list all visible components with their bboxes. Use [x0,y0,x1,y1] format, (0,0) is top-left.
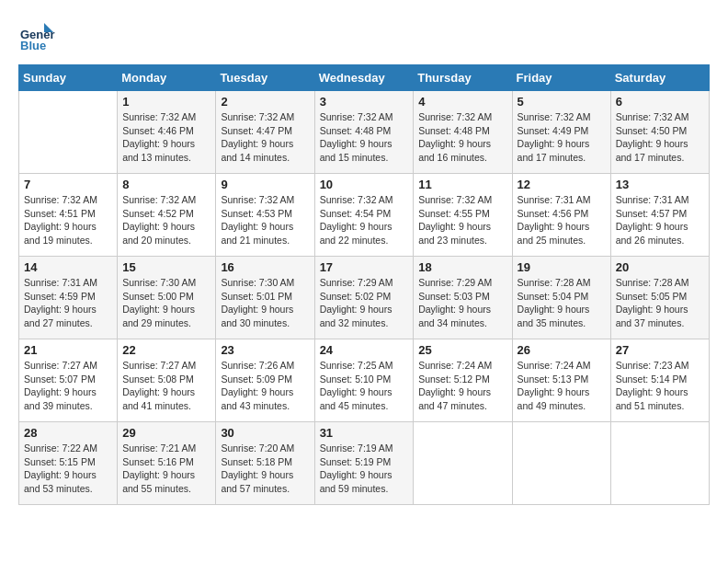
weekday-sunday: Sunday [19,65,118,91]
day-number: 12 [518,178,606,191]
day-number: 1 [122,95,210,109]
calendar-cell: 16Sunrise: 7:30 AMSunset: 5:01 PMDayligh… [216,257,314,339]
weekday-thursday: Thursday [414,65,512,91]
calendar-cell: 31Sunrise: 7:19 AMSunset: 5:19 PMDayligh… [314,422,414,505]
calendar-cell [512,422,610,505]
day-info: Sunrise: 7:25 AMSunset: 5:10 PMDaylight:… [320,359,409,413]
day-info: Sunrise: 7:31 AMSunset: 4:57 PMDaylight:… [616,193,704,247]
calendar-cell: 3Sunrise: 7:32 AMSunset: 4:48 PMDaylight… [314,91,414,174]
calendar-week-4: 21Sunrise: 7:27 AMSunset: 5:07 PMDayligh… [19,339,710,422]
day-info: Sunrise: 7:20 AMSunset: 5:18 PMDaylight:… [221,442,309,496]
day-number: 29 [122,426,210,440]
day-number: 6 [616,95,704,109]
calendar-cell: 21Sunrise: 7:27 AMSunset: 5:07 PMDayligh… [19,339,118,422]
calendar-cell: 1Sunrise: 7:32 AMSunset: 4:46 PMDaylight… [118,91,216,174]
day-info: Sunrise: 7:29 AMSunset: 5:03 PMDaylight:… [418,276,506,330]
weekday-wednesday: Wednesday [314,65,414,91]
day-info: Sunrise: 7:32 AMSunset: 4:50 PMDaylight:… [616,110,704,165]
day-info: Sunrise: 7:30 AMSunset: 5:00 PMDaylight:… [122,276,210,330]
calendar-cell: 8Sunrise: 7:32 AMSunset: 4:52 PMDaylight… [118,174,216,257]
calendar-cell [19,91,118,174]
calendar-cell: 27Sunrise: 7:23 AMSunset: 5:14 PMDayligh… [610,339,709,422]
day-number: 4 [418,95,506,109]
day-info: Sunrise: 7:32 AMSunset: 4:54 PMDaylight:… [320,193,409,247]
calendar-week-1: 1Sunrise: 7:32 AMSunset: 4:46 PMDaylight… [19,91,710,174]
day-number: 17 [320,260,409,274]
day-number: 21 [24,343,112,357]
calendar-cell: 23Sunrise: 7:26 AMSunset: 5:09 PMDayligh… [216,339,314,422]
calendar-cell: 29Sunrise: 7:21 AMSunset: 5:16 PMDayligh… [118,422,216,505]
day-info: Sunrise: 7:32 AMSunset: 4:47 PMDaylight:… [221,110,309,165]
calendar-week-5: 28Sunrise: 7:22 AMSunset: 5:15 PMDayligh… [19,422,710,505]
logo: General Blue [18,18,59,55]
day-number: 15 [122,260,210,274]
calendar-cell: 2Sunrise: 7:32 AMSunset: 4:47 PMDaylight… [216,91,314,174]
day-number: 30 [221,426,309,440]
day-number: 31 [320,426,409,440]
calendar-cell: 15Sunrise: 7:30 AMSunset: 5:00 PMDayligh… [118,257,216,339]
calendar-cell: 24Sunrise: 7:25 AMSunset: 5:10 PMDayligh… [314,339,414,422]
day-info: Sunrise: 7:29 AMSunset: 5:02 PMDaylight:… [320,276,409,330]
day-info: Sunrise: 7:21 AMSunset: 5:16 PMDaylight:… [122,442,210,496]
day-info: Sunrise: 7:32 AMSunset: 4:48 PMDaylight:… [320,110,409,165]
day-number: 14 [24,260,112,274]
day-info: Sunrise: 7:24 AMSunset: 5:13 PMDaylight:… [518,359,606,413]
day-number: 5 [518,95,606,109]
day-number: 13 [616,178,704,191]
day-info: Sunrise: 7:31 AMSunset: 4:59 PMDaylight:… [24,276,112,330]
day-info: Sunrise: 7:32 AMSunset: 4:48 PMDaylight:… [418,110,506,165]
weekday-friday: Friday [512,65,610,91]
day-info: Sunrise: 7:22 AMSunset: 5:15 PMDaylight:… [24,442,112,496]
day-info: Sunrise: 7:26 AMSunset: 5:09 PMDaylight:… [221,359,309,413]
day-number: 23 [221,343,309,357]
calendar-cell: 6Sunrise: 7:32 AMSunset: 4:50 PMDaylight… [610,91,709,174]
day-info: Sunrise: 7:27 AMSunset: 5:08 PMDaylight:… [122,359,210,413]
calendar-cell: 25Sunrise: 7:24 AMSunset: 5:12 PMDayligh… [414,339,512,422]
day-number: 28 [24,426,112,440]
calendar-week-2: 7Sunrise: 7:32 AMSunset: 4:51 PMDaylight… [19,174,710,257]
day-number: 8 [122,178,210,191]
calendar-cell: 30Sunrise: 7:20 AMSunset: 5:18 PMDayligh… [216,422,314,505]
calendar-cell: 26Sunrise: 7:24 AMSunset: 5:13 PMDayligh… [512,339,610,422]
svg-text:Blue: Blue [20,39,46,52]
weekday-saturday: Saturday [610,65,709,91]
day-info: Sunrise: 7:23 AMSunset: 5:14 PMDaylight:… [616,359,704,413]
day-info: Sunrise: 7:19 AMSunset: 5:19 PMDaylight:… [320,442,409,496]
calendar-cell: 4Sunrise: 7:32 AMSunset: 4:48 PMDaylight… [414,91,512,174]
day-number: 20 [616,260,704,274]
header: General Blue [18,18,710,55]
day-number: 18 [418,260,506,274]
day-number: 26 [518,343,606,357]
day-info: Sunrise: 7:31 AMSunset: 4:56 PMDaylight:… [518,193,606,247]
day-info: Sunrise: 7:32 AMSunset: 4:53 PMDaylight:… [221,193,309,247]
day-number: 11 [418,178,506,191]
calendar-table: SundayMondayTuesdayWednesdayThursdayFrid… [18,64,710,505]
calendar-cell: 22Sunrise: 7:27 AMSunset: 5:08 PMDayligh… [118,339,216,422]
day-number: 3 [320,95,409,109]
calendar-cell: 17Sunrise: 7:29 AMSunset: 5:02 PMDayligh… [314,257,414,339]
day-number: 7 [24,178,112,191]
day-info: Sunrise: 7:27 AMSunset: 5:07 PMDaylight:… [24,359,112,413]
calendar-cell: 19Sunrise: 7:28 AMSunset: 5:04 PMDayligh… [512,257,610,339]
calendar-cell: 28Sunrise: 7:22 AMSunset: 5:15 PMDayligh… [19,422,118,505]
day-info: Sunrise: 7:24 AMSunset: 5:12 PMDaylight:… [418,359,506,413]
calendar-cell: 12Sunrise: 7:31 AMSunset: 4:56 PMDayligh… [512,174,610,257]
weekday-header-row: SundayMondayTuesdayWednesdayThursdayFrid… [19,65,710,91]
weekday-tuesday: Tuesday [216,65,314,91]
day-number: 16 [221,260,309,274]
day-info: Sunrise: 7:32 AMSunset: 4:46 PMDaylight:… [122,110,210,165]
calendar-cell: 18Sunrise: 7:29 AMSunset: 5:03 PMDayligh… [414,257,512,339]
calendar-cell: 20Sunrise: 7:28 AMSunset: 5:05 PMDayligh… [610,257,709,339]
day-number: 22 [122,343,210,357]
calendar-cell: 7Sunrise: 7:32 AMSunset: 4:51 PMDaylight… [19,174,118,257]
day-info: Sunrise: 7:28 AMSunset: 5:05 PMDaylight:… [616,276,704,330]
calendar-cell: 10Sunrise: 7:32 AMSunset: 4:54 PMDayligh… [314,174,414,257]
day-info: Sunrise: 7:32 AMSunset: 4:49 PMDaylight:… [518,110,606,165]
calendar-cell: 5Sunrise: 7:32 AMSunset: 4:49 PMDaylight… [512,91,610,174]
day-info: Sunrise: 7:28 AMSunset: 5:04 PMDaylight:… [518,276,606,330]
day-info: Sunrise: 7:30 AMSunset: 5:01 PMDaylight:… [221,276,309,330]
calendar-cell: 11Sunrise: 7:32 AMSunset: 4:55 PMDayligh… [414,174,512,257]
day-number: 27 [616,343,704,357]
day-number: 10 [320,178,409,191]
calendar-body: 1Sunrise: 7:32 AMSunset: 4:46 PMDaylight… [19,91,710,505]
